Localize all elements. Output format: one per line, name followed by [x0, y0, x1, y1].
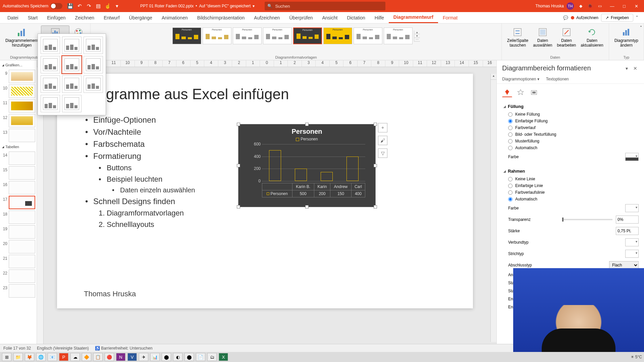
change-chart-type-button[interactable]: Diagrammtyp ändern [612, 25, 640, 49]
chart-bar[interactable] [269, 150, 281, 181]
line-width-value[interactable] [616, 227, 639, 235]
redo-icon[interactable]: ↷ [86, 3, 92, 9]
styles-scroll-more[interactable]: ⋯ [414, 38, 420, 42]
accessibility-checker[interactable]: ♿ Barrierefreiheit: Untersuchen [95, 346, 153, 351]
slide-thumb-13[interactable] [9, 129, 35, 142]
line-none-radio[interactable] [508, 177, 513, 181]
app-icon-3[interactable]: 🔴 [105, 353, 114, 361]
slide-thumb-18[interactable] [9, 210, 35, 224]
quick-layout-1[interactable] [41, 37, 60, 54]
tab-text-options[interactable]: Textoptionen [546, 75, 569, 83]
weather-widget[interactable]: ☀ 5°C [631, 355, 642, 359]
tab-uebergaenge[interactable]: Übergänge [124, 12, 157, 23]
line-solid-radio[interactable] [508, 184, 513, 188]
search-input[interactable] [275, 4, 383, 9]
quick-layout-2[interactable] [62, 37, 82, 54]
chart-style-5[interactable]: Personen [293, 27, 322, 44]
fill-section-header[interactable]: Füllung [503, 102, 639, 111]
onenote-icon[interactable]: N [116, 353, 125, 361]
excel-icon[interactable]: X [219, 353, 228, 361]
quick-layout-4[interactable] [41, 56, 60, 73]
chart-bar[interactable] [295, 169, 307, 181]
slide-thumb-11[interactable] [9, 99, 35, 113]
quick-layout-5[interactable] [62, 56, 82, 73]
chart-data-table[interactable]: Karin B.KarinAndrewCarlPersonen500200150… [262, 183, 365, 197]
share-button[interactable]: ↗Freigeben [601, 14, 633, 22]
slide-thumb-23[interactable] [9, 284, 35, 298]
record-button[interactable]: Aufzeichnen [571, 15, 598, 20]
tab-dictation[interactable]: Dictation [342, 12, 370, 23]
app-icon-2[interactable]: 📋 [93, 353, 103, 361]
telegram-icon[interactable]: ✈ [139, 353, 148, 361]
minimize-button[interactable]: — [607, 2, 617, 10]
fill-line-icon[interactable] [502, 87, 512, 97]
tab-format[interactable]: Format [438, 12, 462, 23]
tab-diagrammentwurf[interactable]: Diagrammentwurf [389, 12, 438, 23]
chart-style-3[interactable]: Personen [233, 27, 262, 44]
resize-handle-br[interactable] [374, 205, 377, 208]
quick-layout-10[interactable] [41, 95, 60, 112]
chrome-icon[interactable]: 🌐 [36, 353, 46, 361]
quick-layout-8[interactable] [62, 75, 82, 93]
resize-handle-tm[interactable] [305, 123, 309, 126]
tab-ueberpruefen[interactable]: Überprüfen [284, 12, 317, 23]
quick-layout-3[interactable] [84, 37, 103, 54]
chart-object[interactable]: Personen Personen 0200400600 Karin B.Kar… [238, 124, 376, 207]
slide-thumb-15[interactable] [9, 166, 35, 180]
app-icon-5[interactable]: ⬤ [162, 353, 171, 361]
outlook-icon[interactable]: 📧 [48, 353, 57, 361]
tab-animationen[interactable]: Animationen [157, 12, 193, 23]
app-icon-8[interactable]: 📄 [196, 353, 205, 361]
qat-more-icon[interactable]: ▾ [114, 3, 120, 9]
quick-layout-6[interactable] [84, 56, 103, 73]
line-auto-radio[interactable] [508, 197, 513, 201]
fill-picture-radio[interactable] [508, 132, 513, 137]
tab-aufzeichnen[interactable]: Aufzeichnen [249, 12, 284, 23]
diamond-icon[interactable]: ◆ [579, 4, 582, 8]
slide-thumbnails-panel[interactable]: Grafiken... 9 10 11 12 13 Tabellen 14 15… [0, 60, 37, 352]
fill-solid-radio[interactable] [508, 119, 513, 123]
fill-none-radio[interactable] [508, 112, 513, 117]
tab-zeichnen[interactable]: Zeichnen [70, 12, 99, 23]
dash-type-picker[interactable] [625, 250, 639, 258]
chart-elements-button[interactable]: ＋ [378, 123, 387, 132]
fill-color-picker[interactable] [625, 153, 639, 161]
quick-layout-9[interactable] [84, 75, 103, 93]
chart-style-8[interactable]: Personen [384, 27, 413, 44]
app-icon-9[interactable]: 🗂 [207, 353, 217, 361]
chart-plot-area[interactable]: 0200400600 [249, 144, 365, 181]
close-button[interactable]: ✕ [631, 2, 641, 10]
powerpoint-icon[interactable]: P [59, 353, 68, 361]
thumb-section-tabellen[interactable]: Tabellen [1, 143, 35, 150]
tab-bildschirm[interactable]: Bildschirmpräsentation [193, 12, 250, 23]
chart-title[interactable]: Personen [238, 124, 375, 137]
slide[interactable]: Diagramme aus Excel einfügen Einfüge-Opt… [57, 74, 473, 308]
visio-icon[interactable]: V [127, 353, 137, 361]
thumb-section-grafiken[interactable]: Grafiken... [1, 62, 35, 68]
slide-title[interactable]: Diagramme aus Excel einfügen [84, 86, 289, 103]
slide-thumb-17[interactable] [9, 196, 35, 209]
line-color-picker[interactable] [625, 204, 639, 212]
slide-thumb-16[interactable] [9, 181, 35, 194]
tab-start[interactable]: Start [23, 12, 43, 23]
slide-thumb-21[interactable] [9, 255, 35, 268]
app-icon-7[interactable]: ⬤ [184, 353, 194, 361]
fill-gradient-radio[interactable] [508, 126, 513, 130]
chart-bar[interactable] [346, 157, 359, 181]
tab-entwurf[interactable]: Entwurf [99, 12, 124, 23]
quick-layout-11[interactable] [62, 95, 82, 112]
tab-einfuegen[interactable]: Einfügen [42, 12, 70, 23]
app-icon-6[interactable]: ◐ [173, 353, 182, 361]
search-box[interactable]: 🔍 [265, 2, 385, 10]
resize-handle-bm[interactable] [305, 205, 309, 208]
fill-auto-radio[interactable] [508, 146, 513, 150]
window-mode-icon[interactable]: ▭ [598, 4, 602, 8]
tab-datei[interactable]: Datei [3, 12, 23, 23]
slide-thumb-14[interactable] [9, 152, 35, 165]
resize-handle-tr[interactable] [374, 123, 377, 126]
resize-handle-mr[interactable] [374, 164, 377, 167]
styles-scroll-down[interactable]: ▾ [414, 34, 420, 38]
slide-thumb-12[interactable] [9, 114, 35, 127]
autosave-toggle[interactable] [50, 3, 62, 9]
resize-handle-ml[interactable] [237, 164, 240, 167]
